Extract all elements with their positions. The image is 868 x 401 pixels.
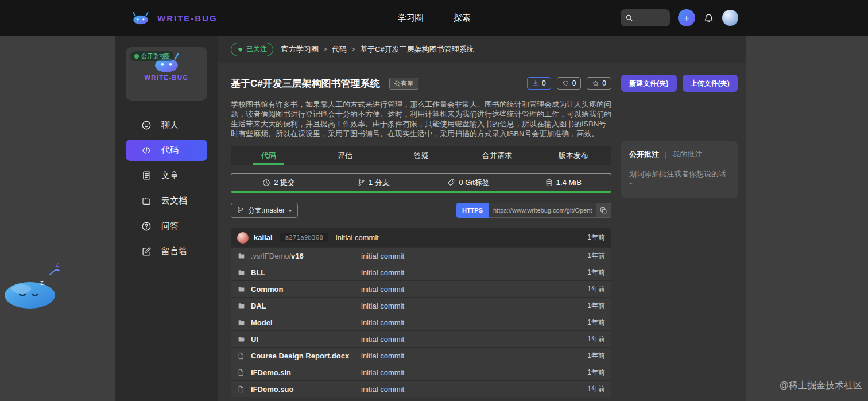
commit-message: initial commit [336,233,379,242]
search-input[interactable] [637,14,664,22]
brand-logo[interactable]: WRITE-BUG [130,10,218,25]
table-row[interactable]: UI initial commit 1年前 [231,330,611,347]
file-name[interactable]: IFDemo.suo [251,385,361,394]
table-row[interactable]: .vs/IFDemo/v16 initial commit 1年前 [231,247,611,264]
nav-link-explore[interactable]: 探索 [454,13,471,24]
file-name[interactable]: BLL [251,268,361,277]
row-commit-time: 1年前 [587,384,605,394]
tab-qa[interactable]: 答疑 [383,146,459,165]
sidebar-item-message-wall[interactable]: 留言墙 [126,241,207,262]
tab-merge-requests[interactable]: 合并请求 [459,146,536,165]
clone-protocol-button[interactable]: HTTPS [456,203,489,218]
bell-icon[interactable] [703,13,714,24]
repo-counters: 0 0 0 [527,77,611,90]
tab-public-annotations[interactable]: 公开批注 [629,149,659,160]
top-nav-links: 学习圈 探索 [398,13,471,24]
branch-selector-label: 分支:master [248,206,285,215]
file-name[interactable]: .vs/IFDemo/v16 [251,252,361,260]
breadcrumb-item-circle[interactable]: 官方学习圈 [281,44,319,55]
watermark: @稀土掘金技术社区 [780,380,862,392]
commit-hash-badge[interactable]: a271a9b368 [280,233,328,242]
stat-size[interactable]: 1.4 MiB [516,178,611,187]
row-commit-time: 1年前 [587,301,605,311]
like-count: 0 [572,79,576,87]
upload-file-button[interactable]: 上传文件(夹) [683,75,738,92]
follow-button-label: 已关注 [246,44,267,54]
sidebar-item-chat[interactable]: 聊天 [126,114,207,136]
breadcrumb-item-code[interactable]: 代码 [332,44,347,55]
circle-sidebar: 公开学习圈 WRITE-BUG 聊天 [115,36,218,401]
file-name[interactable]: Model [251,318,361,327]
sidebar-item-articles[interactable]: 文章 [126,165,207,186]
row-commit-time: 1年前 [587,368,605,377]
annotation-tabs: 公开批注 | 我的批注 [629,149,730,160]
chat-icon [141,120,152,130]
user-avatar[interactable] [722,10,738,26]
circle-profile-card[interactable]: 公开学习圈 WRITE-BUG [126,47,207,101]
annotation-hint: 划词添加批注或者你想说的话~ [629,169,730,188]
branch-row: 分支:master ▾ HTTPS https://www.writebug.c… [231,203,611,218]
stat-label: 1.4 MiB [556,178,582,187]
follow-button[interactable]: 已关注 [231,43,273,56]
repo-tabs: 代码 评估 答疑 合并请求 版本发布 [231,146,611,165]
brand-name: WRITE-BUG [157,13,218,23]
row-commit-message: initial commit [361,352,587,360]
sidebar-item-cloud-docs[interactable]: 云文档 [126,190,207,211]
table-row[interactable]: Course Design Report.docx initial commit… [231,347,611,364]
tab-releases[interactable]: 版本发布 [535,146,611,165]
nav-link-circles[interactable]: 学习圈 [398,13,424,24]
table-row[interactable]: Model initial commit 1年前 [231,314,611,330]
svg-text:z: z [40,279,44,287]
file-base-name: DAL [251,302,266,310]
table-row[interactable]: Common initial commit 1年前 [231,280,611,297]
breadcrumb: 官方学习圈 > 代码 > 基于C#开发三层架构图书管理系统 [281,44,474,55]
row-commit-message: initial commit [361,285,587,294]
file-name[interactable]: UI [251,335,361,344]
sidebar-item-code[interactable]: 代码 [126,140,207,161]
file-base-name: IFDemo.suo [251,385,293,394]
commit-author-name[interactable]: kailai [254,233,273,242]
stat-branches[interactable]: 1 分支 [326,178,421,188]
content-area: 已关注 官方学习圈 > 代码 > 基于C#开发三层架构图书管理系统 基于C#开发… [218,36,746,401]
new-file-button[interactable]: 新建文件(夹) [621,75,677,92]
tab-label: 评估 [338,151,352,161]
file-path-prefix: .vs/IFDemo/ [251,252,291,260]
stat-label: 1 分支 [369,178,390,188]
commit-author-avatar[interactable] [237,232,249,244]
file-base-name: v16 [291,252,304,260]
tab-evaluation[interactable]: 评估 [307,146,383,165]
table-row[interactable]: IFDemo.suo initial commit 1年前 [231,380,611,397]
breadcrumb-item-repo[interactable]: 基于C#开发三层架构图书管理系统 [360,44,474,55]
repo-right-column: 新建文件(夹) 上传文件(夹) 公开批注 | 我的批注 划词添加批注或者你想说的… [621,75,738,401]
file-name[interactable]: DAL [251,302,361,310]
star-counter[interactable]: 0 [587,77,611,90]
stat-commits[interactable]: 2 提交 [231,178,326,188]
download-counter[interactable]: 0 [527,77,551,90]
sleeping-mascot[interactable]: z z z [2,257,64,310]
stat-tags[interactable]: 0 Git标签 [421,178,516,188]
table-row[interactable]: IFDemo.sln initial commit 1年前 [231,364,611,380]
clock-icon [262,179,270,187]
table-row[interactable]: DAL initial commit 1年前 [231,297,611,314]
row-commit-message: initial commit [361,302,587,310]
circle-type-badge: 公开学习圈 [130,51,174,61]
row-commit-time: 1年前 [587,318,605,327]
search-box[interactable] [621,9,670,26]
row-commit-message: initial commit [361,252,587,260]
sidebar-item-label: 云文档 [161,195,187,206]
copy-button[interactable] [596,203,611,218]
branch-selector[interactable]: 分支:master ▾ [231,203,298,218]
sidebar-item-qa[interactable]: 问答 [126,215,207,237]
tab-code[interactable]: 代码 [231,146,307,165]
tab-my-annotations[interactable]: 我的批注 [672,149,702,160]
repo-main-column: 基于C#开发三层架构图书管理系统 公有库 0 [231,75,611,401]
table-row[interactable]: BLL initial commit 1年前 [231,264,611,280]
commit-time: 1年前 [587,233,605,242]
file-name[interactable]: Common [251,285,361,294]
file-name[interactable]: IFDemo.sln [251,368,361,377]
file-name[interactable]: Course Design Report.docx [251,352,361,360]
clone-url-field[interactable]: https://www.writebug.com/git/Opent [489,203,596,218]
copy-icon [600,207,607,214]
like-counter[interactable]: 0 [557,77,582,90]
create-button[interactable]: + [678,9,695,26]
